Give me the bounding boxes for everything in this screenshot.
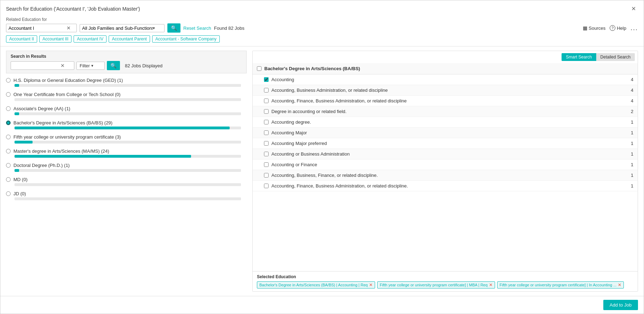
education-radio[interactable] <box>6 106 11 111</box>
bar-fill <box>15 112 19 115</box>
bar-fill <box>15 141 33 144</box>
remove-tag-icon[interactable]: ✕ <box>369 282 373 287</box>
education-checkbox[interactable] <box>264 162 269 167</box>
education-radio[interactable] <box>6 191 11 196</box>
education-radio[interactable] <box>6 135 11 139</box>
selected-tag-text: Fifth year college or university program… <box>380 283 488 287</box>
remove-tag-icon[interactable]: ✕ <box>489 282 493 287</box>
found-jobs-label: Found 82 Jobs <box>214 26 245 31</box>
education-checkbox[interactable] <box>264 99 269 103</box>
add-to-job-button[interactable]: Add to Job <box>603 300 638 310</box>
checkbox-list-item: Accounting or Finance1 <box>253 159 638 170</box>
checkbox-list-item: Degree in accounting or related field.2 <box>253 106 638 117</box>
checkbox-label: Accounting <box>271 77 294 82</box>
job-families-dropdown[interactable]: All Job Families and Sub-Functions <box>82 26 153 31</box>
filter-label: Filter <box>80 63 90 68</box>
checkbox-count: 1 <box>626 162 633 167</box>
detailed-search-button[interactable]: Detailed Search <box>596 53 635 61</box>
main-content: Search in Results ✕ Filter ▾ 🔍 82 Jobs D… <box>0 46 644 296</box>
education-label: Doctoral Degree (Ph.D.) (1) <box>13 163 70 168</box>
filter-chevron-icon: ▾ <box>91 63 93 68</box>
tag-item[interactable]: Accountant IV <box>74 35 107 43</box>
education-list-item: Doctoral Degree (Ph.D.) (1) <box>6 163 247 172</box>
search-row: ✕ All Job Families and Sub-Functions ▾ 🔍… <box>6 23 638 33</box>
bar-fill <box>15 127 230 129</box>
bottom-bar: Add to Job <box>0 296 644 314</box>
education-radio[interactable] <box>6 78 11 83</box>
sources-label: Sources <box>589 26 606 31</box>
education-checkbox[interactable] <box>264 173 269 178</box>
search-button[interactable]: 🔍 <box>167 23 180 33</box>
filter-search-button[interactable]: 🔍 <box>107 61 120 70</box>
filter-dropdown[interactable]: Filter ▾ <box>76 62 105 70</box>
checkbox-list-item: Accounting, Finance, Business Administra… <box>253 96 638 106</box>
education-checkbox[interactable] <box>264 109 269 114</box>
education-radio[interactable] <box>6 177 11 182</box>
checkbox-count: 4 <box>626 98 633 103</box>
bar-fill <box>15 84 19 87</box>
checkbox-count: 1 <box>626 151 633 157</box>
selected-education-label: Selected Education <box>257 274 633 279</box>
filter-input[interactable] <box>13 63 59 68</box>
education-checkbox[interactable] <box>264 152 269 156</box>
bar-container <box>15 197 241 200</box>
search-section: Related Education for ✕ All Job Families… <box>0 15 644 46</box>
education-checkbox[interactable] <box>264 141 269 146</box>
selected-education-tag: Fifth year college or university program… <box>497 281 624 288</box>
close-icon[interactable]: ✕ <box>629 5 638 13</box>
clear-filter-icon[interactable]: ✕ <box>61 63 65 68</box>
tag-item[interactable]: Accountant Parent <box>109 35 150 43</box>
reset-search-link[interactable]: Reset Search <box>183 26 211 31</box>
jobs-displayed-label: 82 Jobs Displayed <box>125 63 162 68</box>
sources-link[interactable]: ▦ Sources <box>583 25 606 31</box>
smart-search-button[interactable]: Smart Search <box>562 53 596 61</box>
checkbox-label: Accounting, Business Administration, or … <box>271 88 388 93</box>
tag-item[interactable]: Accountant - Software Company <box>152 35 220 43</box>
checkbox-count: 1 <box>626 119 633 125</box>
education-list: H.S. Diploma or General Education Degree… <box>6 78 247 292</box>
checkbox-list-item: Accounting4 <box>253 74 638 85</box>
checkbox-label: Accounting Major preferred <box>271 141 327 146</box>
education-label: MD (0) <box>13 177 28 182</box>
tag-item[interactable]: Accountant II <box>6 35 37 43</box>
education-checkbox[interactable] <box>264 120 269 124</box>
education-checkbox[interactable] <box>264 184 269 188</box>
tag-item[interactable]: Accountant III <box>39 35 71 43</box>
remove-tag-icon[interactable]: ✕ <box>618 282 621 287</box>
education-list-item: H.S. Diploma or General Education Degree… <box>6 78 247 87</box>
ba-bs-checkbox[interactable] <box>257 66 261 71</box>
bar-container <box>15 112 241 115</box>
checkbox-label: Accounting degree. <box>271 119 311 125</box>
selected-tag-text: Fifth year college or university program… <box>500 283 617 287</box>
education-checkbox[interactable] <box>264 130 269 135</box>
bar-container <box>15 155 241 158</box>
checkbox-count: 1 <box>626 183 633 189</box>
checkbox-list-item: Accounting, Business Administration, or … <box>253 85 638 96</box>
help-link[interactable]: ? Help <box>610 25 626 31</box>
education-label: One Year Certificate from College or Tec… <box>13 92 121 97</box>
checkbox-list-item: Accounting or Business Administration1 <box>253 149 638 159</box>
education-radio[interactable] <box>6 92 11 97</box>
education-radio[interactable] <box>6 120 11 125</box>
selected-education: Selected Education Bachelor's Degree in … <box>253 271 638 291</box>
education-list-item: One Year Certificate from College or Tec… <box>6 92 247 101</box>
left-panel: Search in Results ✕ Filter ▾ 🔍 82 Jobs D… <box>6 51 247 292</box>
help-label: Help <box>617 26 626 31</box>
checkbox-label: Accounting or Finance <box>271 162 317 167</box>
search-input[interactable] <box>8 26 65 31</box>
more-options-button[interactable]: ... <box>631 24 638 32</box>
education-label: Fifth year college or university program… <box>13 134 121 140</box>
education-checkbox[interactable] <box>264 88 269 92</box>
bar-container <box>15 98 241 101</box>
education-list-item: Bachelor's Degree in Arts/Sciences (BA/B… <box>6 120 247 129</box>
education-radio[interactable] <box>6 163 11 168</box>
clear-search-icon[interactable]: ✕ <box>67 25 71 31</box>
education-checkbox[interactable] <box>264 77 269 82</box>
selected-education-tag: Bachelor's Degree in Arts/Sciences (BA/B… <box>257 281 375 288</box>
education-radio[interactable] <box>6 149 11 153</box>
selected-tag-text: Bachelor's Degree in Arts/Sciences (BA/B… <box>259 283 368 287</box>
education-list-item: Associate's Degree (AA) (1) <box>6 106 247 115</box>
table-icon: ▦ <box>583 25 587 31</box>
education-list-item: Master's degree in Arts/Sciences (MA/MS)… <box>6 148 247 158</box>
checkbox-list-item: Accounting, Business, Finance, or relate… <box>253 170 638 181</box>
